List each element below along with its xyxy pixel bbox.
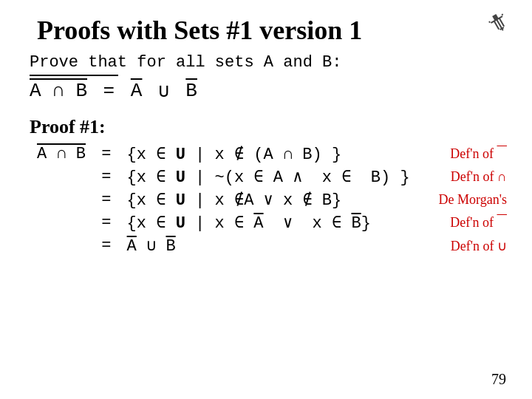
main-formula: A ∩ B = A ∪ B — [30, 79, 510, 103]
proof-eq-2: = — [89, 166, 124, 188]
slide-page: 🗡 Proofs with Sets #1 version 1 Prove th… — [0, 0, 532, 399]
proof-title: Proof #1: — [30, 116, 510, 138]
proof-rhs-1: {x ∈ U | x ∉ (A ∩ B) } — [124, 143, 422, 166]
proof-rhs-2: {x ∈ U | ~(x ∈ A ∧ x ∈ B) } — [124, 166, 422, 188]
prove-text: Prove that for all sets A and B: — [30, 53, 341, 72]
proof-annotation-4: Def'n of — [421, 211, 510, 234]
proof-lhs-2 — [30, 166, 89, 188]
proof-lhs-3 — [30, 188, 89, 211]
formula-rhs-A: A — [131, 80, 143, 102]
proof-annotation-5: Def'n of ∪ — [421, 234, 510, 257]
proof-rhs-4: {x ∈ U | x ∈ A ∨ x ∈ B} — [124, 211, 422, 234]
proof-row-5: = A ∪ B Def'n of ∪ — [30, 234, 510, 257]
proof-eq-3: = — [89, 188, 124, 211]
proof-row-3: = {x ∈ U | x ∉A ∨ x ∉ B} De Morgan's — [30, 188, 510, 211]
proof-eq-1: = — [89, 143, 124, 166]
proof-lhs-4 — [30, 211, 89, 234]
proof-row-2: = {x ∈ U | ~(x ∈ A ∧ x ∈ B) } Def'n of ∩ — [30, 166, 510, 188]
formula-eq: = — [92, 80, 126, 102]
prove-underline — [30, 75, 118, 76]
proof-eq-4: = — [89, 211, 124, 234]
proof-annotation-3: De Morgan's — [421, 188, 510, 211]
prove-statement: Prove that for all sets A and B: — [30, 53, 510, 72]
proof-rhs-5: A ∪ B — [124, 234, 422, 257]
formula-union: ∪ — [146, 79, 181, 103]
formula-rhs-B: B — [185, 80, 197, 102]
proof-table: A ∩ B = {x ∈ U | x ∉ (A ∩ B) } Def'n of … — [30, 143, 510, 257]
proof-lhs-1: A ∩ B — [30, 143, 89, 166]
proof-rhs-3: {x ∈ U | x ∉A ∨ x ∉ B} — [124, 188, 422, 211]
proof-row-4: = {x ∈ U | x ∈ A ∨ x ∈ B} Def'n of — [30, 211, 510, 234]
proof-eq-5: = — [89, 234, 124, 257]
formula-lhs: A ∩ B — [30, 80, 87, 102]
proof-annotation-2: Def'n of ∩ — [421, 166, 510, 188]
page-number: 79 — [491, 371, 506, 388]
proof-lhs-5 — [30, 234, 89, 257]
proof-row-1: A ∩ B = {x ∈ U | x ∉ (A ∩ B) } Def'n of — [30, 143, 510, 166]
proof-annotation-1: Def'n of — [421, 143, 510, 166]
slide-title: Proofs with Sets #1 version 1 — [37, 15, 510, 46]
